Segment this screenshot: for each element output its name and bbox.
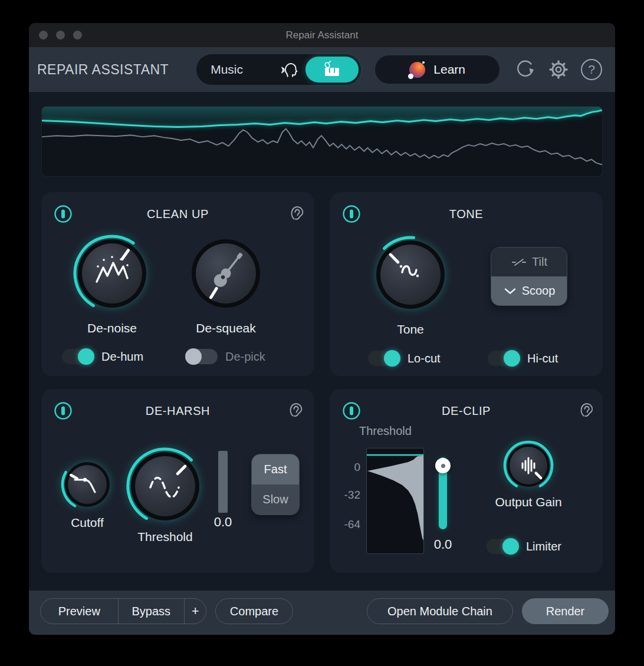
panel-title: DE-CLIP [330,404,603,418]
help-glyph: ? [588,62,595,77]
scale-label: -32 [333,489,360,502]
learn-sphere-icon [409,62,425,78]
scoop-option-selected[interactable]: Scoop [491,276,567,305]
toggle-label: Limiter [526,540,561,553]
toggle-label: Hi-cut [527,352,558,365]
limiter-toggle[interactable] [487,539,518,554]
spectrum-noise-profile-line [42,128,602,164]
toggle-label: De-pick [225,350,265,364]
panel-title: DE-HARSH [41,404,314,418]
slow-option[interactable]: Slow [252,484,299,515]
knob-label: Threshold [118,530,212,544]
mode-label: Music [211,62,243,77]
slider-value: 0.0 [425,537,461,552]
tilt-option[interactable]: Tilt [491,248,567,276]
knob-label: De-noise [65,321,159,335]
panel-clean-up: CLEAN UP [41,192,314,376]
output-gain-knob[interactable] [501,438,556,495]
panel-title: TONE [330,207,603,221]
ear-solo-icon[interactable] [290,205,305,222]
de-harsh-threshold-knob[interactable] [124,445,206,530]
help-icon[interactable]: ? [581,59,602,80]
preview-button[interactable]: Preview [41,599,118,624]
panel-de-clip: DE-CLIP Threshold 0 -32 -64 [330,389,603,573]
history-icon[interactable] [514,58,536,81]
panel-de-harsh: DE-HARSH [41,389,314,573]
panel-title: CLEAN UP [41,207,314,221]
plugin-window: Repair Assistant REPAIR ASSISTANT Music [29,23,615,635]
traffic-lights [39,23,82,47]
knob-label: Cutoff [52,516,123,530]
de-pick-toggle[interactable] [186,349,218,364]
add-button[interactable]: + [184,599,206,624]
de-hum-toggle[interactable] [62,349,94,364]
histogram-shape [367,456,423,540]
de-harsh-gain-meter [218,451,228,513]
bypass-button[interactable]: Bypass [118,599,185,624]
lo-cut-toggle[interactable] [368,351,400,366]
knob-label: Output Gain [479,495,578,509]
scoop-icon [503,286,517,296]
window-title: Repair Assistant [286,29,359,41]
knob-label: De-squeak [179,321,273,335]
tilt-icon [511,256,527,268]
ear-solo-icon[interactable] [579,401,594,419]
toggle-label: De-hum [101,350,143,364]
cutoff-knob[interactable] [59,456,116,515]
preview-bypass-group: Preview Bypass + [40,598,206,624]
meter-value: 0.0 [205,515,241,530]
learn-button[interactable]: Learn [375,55,500,84]
instrument-mode-pill[interactable] [305,57,359,83]
tilt-scoop-selector: Tilt Scoop [491,247,567,306]
voice-icon[interactable] [281,61,298,78]
minimize-button[interactable] [56,31,65,39]
tone-knob[interactable] [369,233,452,318]
render-button[interactable]: Render [522,598,609,624]
close-button[interactable] [39,31,48,39]
mode-selector[interactable]: Music [196,54,361,85]
app-title: REPAIR ASSISTANT [37,62,169,78]
scale-label: 0 [333,461,360,474]
threshold-slider-handle[interactable] [435,458,451,473]
instrument-icon [323,61,341,78]
de-squeak-knob[interactable] [185,232,267,317]
hi-cut-toggle[interactable] [488,351,520,366]
zoom-button[interactable] [73,31,82,39]
compare-button[interactable]: Compare [215,598,293,624]
learn-label: Learn [433,62,465,77]
toggle-label: Lo-cut [408,352,441,365]
threshold-label: Threshold [359,424,412,438]
footer-bar: Preview Bypass + Compare Open Module Cha… [29,591,615,635]
ear-solo-icon[interactable] [288,401,304,419]
clip-histogram [366,448,424,554]
fast-slow-selector: Fast Slow [251,454,300,515]
main-area: CLEAN UP [29,92,615,591]
knob-label: Tone [363,322,458,337]
scale-label: -64 [333,518,360,531]
open-module-chain-button[interactable]: Open Module Chain [367,598,513,624]
de-noise-knob[interactable] [71,232,153,317]
spectrum-display [41,106,603,177]
gear-icon[interactable] [547,58,570,81]
title-bar: Repair Assistant [29,23,615,47]
panel-tone: TONE Tone [330,192,603,376]
fast-option-selected[interactable]: Fast [252,454,299,484]
header: REPAIR ASSISTANT Music [29,47,615,92]
